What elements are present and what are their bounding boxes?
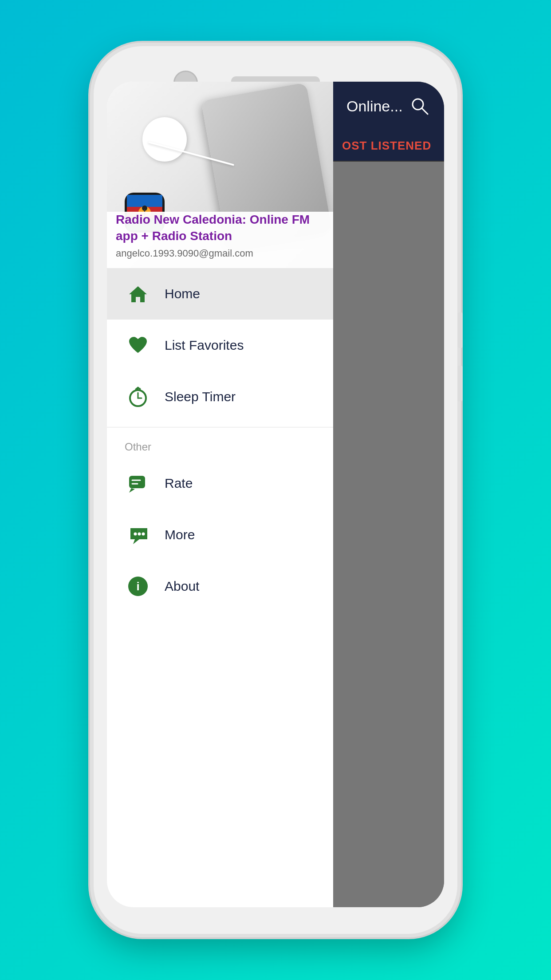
main-header-title: Online... <box>346 98 403 115</box>
home-icon <box>125 281 151 307</box>
nav-item-home[interactable]: Home <box>107 268 333 320</box>
nav-item-favorites[interactable]: List Favorites <box>107 320 333 371</box>
svg-rect-1 <box>127 195 162 207</box>
svg-text:i: i <box>136 580 139 593</box>
main-body <box>333 162 444 907</box>
svg-marker-22 <box>130 528 147 544</box>
svg-rect-18 <box>129 476 145 488</box>
svg-line-29 <box>422 108 428 114</box>
main-header: Online... <box>333 82 444 130</box>
svg-marker-19 <box>129 488 135 493</box>
more-icon <box>125 522 151 548</box>
svg-point-24 <box>138 533 141 536</box>
timer-icon <box>125 383 151 410</box>
tab-most-listened[interactable]: OST LISTENED <box>342 139 431 153</box>
nav-item-about[interactable]: i About <box>107 561 333 612</box>
svg-point-23 <box>134 533 137 536</box>
info-icon: i <box>125 573 151 600</box>
search-icon[interactable] <box>409 95 431 117</box>
screen: ! Radio New Caledonia: Online FM app + R… <box>107 82 444 907</box>
nav-section: Home List Favorites <box>107 268 333 907</box>
earbud-left <box>142 117 187 162</box>
sleep-label: Sleep Timer <box>165 389 236 404</box>
main-content: Online... OST LISTENED <box>333 82 444 907</box>
rate-label: Rate <box>165 476 193 491</box>
drawer-header: ! Radio New Caledonia: Online FM app + R… <box>107 82 333 268</box>
svg-rect-16 <box>137 387 138 390</box>
more-label: More <box>165 527 195 542</box>
other-section-header: Other <box>107 432 333 458</box>
app-title: Radio New Caledonia: Online FM app + Rad… <box>116 212 324 244</box>
phone-side-button-right2 <box>457 366 463 401</box>
svg-point-25 <box>142 533 145 536</box>
home-label: Home <box>165 286 200 301</box>
drawer-header-text: Radio New Caledonia: Online FM app + Rad… <box>107 212 333 268</box>
app-email: angelco.1993.9090@gmail.com <box>116 248 324 259</box>
rate-icon <box>125 470 151 497</box>
main-tab-bar: OST LISTENED <box>333 130 444 162</box>
about-label: About <box>165 579 199 594</box>
favorites-label: List Favorites <box>165 338 244 353</box>
phone-side-button-right <box>457 312 463 348</box>
section-divider <box>107 427 333 427</box>
heart-icon <box>125 332 151 359</box>
drawer: ! Radio New Caledonia: Online FM app + R… <box>107 82 333 907</box>
nav-item-rate[interactable]: Rate <box>107 458 333 509</box>
nav-item-sleep[interactable]: Sleep Timer <box>107 371 333 423</box>
nav-item-more[interactable]: More <box>107 509 333 561</box>
phone-frame: ! Radio New Caledonia: Online FM app + R… <box>94 46 457 934</box>
